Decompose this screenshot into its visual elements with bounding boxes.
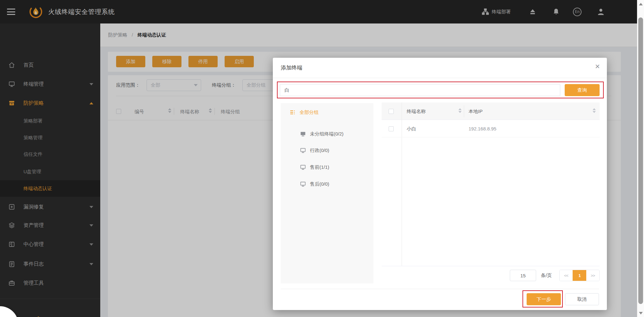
app-root: 火绒终端安全管理系统 终端部署 xyxy=(0,0,644,317)
next-step-button[interactable]: 下一步 xyxy=(527,293,561,305)
monitor-icon xyxy=(300,164,306,170)
list-icon xyxy=(289,109,296,116)
current-page-button[interactable]: 1 xyxy=(573,270,586,281)
prev-page-button[interactable]: << xyxy=(560,270,573,281)
dialog-header-divider xyxy=(273,78,607,78)
terminal-name-cell: 小白 xyxy=(407,126,416,132)
sort-icon[interactable] xyxy=(458,108,462,113)
tree-item-aftersales[interactable]: 售后(0/0) xyxy=(300,179,329,189)
tree-item-admin[interactable]: 行政(0/0) xyxy=(300,146,329,155)
modal-column-terminal-name[interactable]: 终端名称 xyxy=(407,109,426,115)
tree-root-all-groups[interactable]: 全部分组 xyxy=(289,108,319,117)
column-divider xyxy=(464,105,464,117)
query-button[interactable]: 查询 xyxy=(565,84,600,96)
scroll-up-icon[interactable] xyxy=(639,3,643,5)
scroll-down-icon[interactable] xyxy=(639,312,643,314)
pager: << 1 >> xyxy=(559,270,600,281)
local-ip-cell: 192.168.8.95 xyxy=(469,126,496,131)
sort-icon[interactable] xyxy=(593,108,596,113)
scrollbar-thumb[interactable] xyxy=(638,17,643,304)
modal-column-local-ip[interactable]: 本地IP xyxy=(469,109,483,115)
cancel-button[interactable]: 取消 xyxy=(565,293,599,305)
close-icon[interactable]: × xyxy=(595,62,600,70)
dialog-footer-divider xyxy=(281,289,599,289)
monitor-icon xyxy=(300,181,306,187)
monitor-filled-icon xyxy=(300,131,306,137)
add-terminal-dialog: 添加终端 × 查询 全部分组 未分组终端(0/2) xyxy=(273,58,607,310)
monitor-icon xyxy=(300,147,306,154)
table-bottom-border xyxy=(382,266,600,266)
tree-item-presales[interactable]: 售前(1/1) xyxy=(300,162,329,172)
page-size-unit: 条/页 xyxy=(541,270,552,281)
dialog-title: 添加终端 xyxy=(281,58,302,78)
page-size-input[interactable] xyxy=(510,270,536,281)
row-checkbox[interactable] xyxy=(389,126,394,131)
next-page-button[interactable]: >> xyxy=(586,270,599,281)
terminal-search-input[interactable] xyxy=(280,84,560,96)
group-tree-panel: 全部分组 未分组终端(0/2) 行政(0/0) 售前(1/1) xyxy=(281,103,373,283)
tree-item-ungrouped[interactable]: 未分组终端(0/2) xyxy=(300,129,344,139)
browser-scrollbar[interactable] xyxy=(637,0,644,317)
modal-select-all-checkbox[interactable] xyxy=(389,109,394,114)
